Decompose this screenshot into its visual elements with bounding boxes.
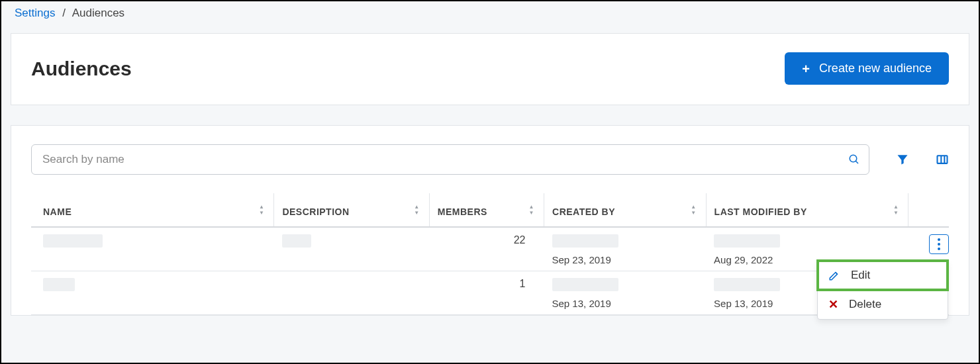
redacted-text <box>552 234 618 248</box>
sort-icon: ▲▼ <box>893 205 899 216</box>
cell-description <box>274 271 429 315</box>
breadcrumb-current: Audiences <box>72 7 124 19</box>
col-last-modified-by[interactable]: LAST MODIFIED BY ▲▼ <box>706 193 908 227</box>
create-new-audience-button[interactable]: + Create new audience <box>785 52 949 85</box>
menu-item-delete[interactable]: ✕ Delete <box>818 290 948 319</box>
search-icon[interactable] <box>848 154 860 165</box>
close-icon: ✕ <box>828 298 838 310</box>
cell-description <box>274 227 429 271</box>
svg-line-1 <box>856 161 858 163</box>
created-date: Sep 13, 2019 <box>552 298 699 309</box>
sort-icon: ▲▼ <box>259 205 264 216</box>
redacted-text <box>282 234 311 248</box>
menu-delete-label: Delete <box>849 298 881 311</box>
breadcrumb: Settings / Audiences <box>1 1 979 25</box>
page-title: Audiences <box>31 58 132 80</box>
table-row: 1 Sep 13, 2019 Sep 13, 2019 <box>31 271 949 315</box>
columns-icon[interactable] <box>936 153 949 166</box>
redacted-text <box>714 278 780 291</box>
filter-icon[interactable] <box>896 153 909 166</box>
sort-icon: ▲▼ <box>414 205 419 216</box>
col-name[interactable]: NAME ▲▼ <box>31 193 274 227</box>
cell-members: 1 <box>429 271 544 315</box>
plus-icon: + <box>802 62 810 75</box>
cell-actions: Edit ✕ Delete <box>908 228 949 259</box>
row-actions-button[interactable]: Edit ✕ Delete <box>929 234 949 254</box>
search-input[interactable] <box>31 144 869 175</box>
row-actions-menu: Edit ✕ Delete <box>817 260 948 320</box>
main-panel: NAME ▲▼ DESCRIPTION ▲▼ MEMBERS ▲▼ CREATE… <box>11 125 969 316</box>
col-created-by-label: CREATED BY <box>552 206 615 217</box>
col-actions <box>908 193 949 227</box>
toolbar <box>31 144 949 175</box>
create-button-label: Create new audience <box>819 62 932 75</box>
cell-created-by: Sep 13, 2019 <box>544 271 707 315</box>
cell-created-by: Sep 23, 2019 <box>544 227 707 271</box>
redacted-text <box>714 234 780 248</box>
col-members-label: MEMBERS <box>438 206 487 217</box>
menu-item-edit[interactable]: Edit <box>818 261 948 290</box>
col-created-by[interactable]: CREATED BY ▲▼ <box>544 193 707 227</box>
audiences-table: NAME ▲▼ DESCRIPTION ▲▼ MEMBERS ▲▼ CREATE… <box>31 193 949 315</box>
col-name-label: NAME <box>43 206 72 217</box>
cell-name <box>31 271 274 315</box>
redacted-text <box>552 278 618 291</box>
col-members[interactable]: MEMBERS ▲▼ <box>429 193 544 227</box>
svg-point-0 <box>850 155 857 162</box>
page-header: Audiences + Create new audience <box>11 33 969 105</box>
created-date: Sep 23, 2019 <box>552 254 699 265</box>
cell-name <box>31 227 274 271</box>
kebab-icon <box>938 238 940 250</box>
svg-rect-2 <box>938 156 948 163</box>
pencil-icon <box>828 269 840 281</box>
search-wrap <box>31 144 869 175</box>
table-row: 22 Sep 23, 2019 Aug 29, 2022 <box>31 227 949 271</box>
col-description[interactable]: DESCRIPTION ▲▼ <box>274 193 429 227</box>
breadcrumb-settings-link[interactable]: Settings <box>15 7 55 19</box>
col-description-label: DESCRIPTION <box>282 206 349 217</box>
col-last-modified-by-label: LAST MODIFIED BY <box>714 206 807 217</box>
redacted-text <box>43 278 75 291</box>
sort-icon: ▲▼ <box>529 205 534 216</box>
sort-icon: ▲▼ <box>691 205 696 216</box>
redacted-text <box>43 234 103 248</box>
menu-edit-label: Edit <box>851 269 870 282</box>
cell-members: 22 <box>429 227 544 271</box>
breadcrumb-separator: / <box>62 7 66 19</box>
